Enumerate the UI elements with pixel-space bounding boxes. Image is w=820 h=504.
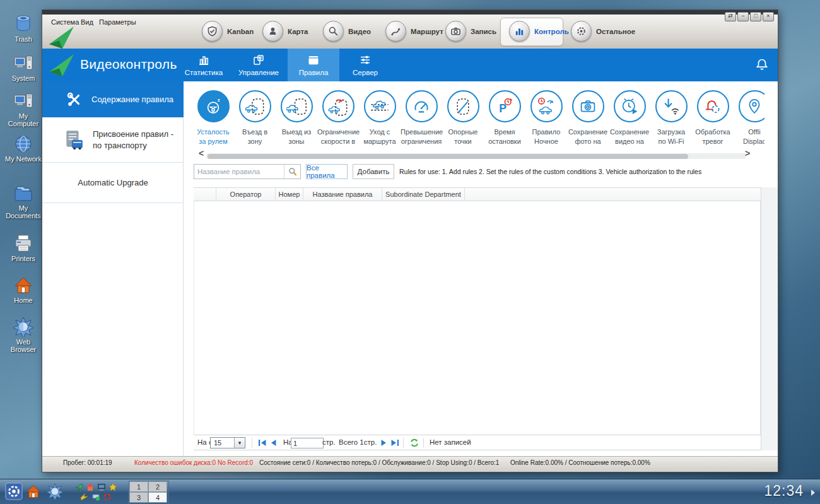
status-mileage: Пробег: 00:01:19 [63,459,112,466]
window-shade-button[interactable]: ⇄ [725,12,736,21]
toolbar-other-button[interactable]: Остальное [571,21,635,42]
first-page-button[interactable] [258,439,267,447]
rule-type-night-rule[interactable]: Правило Ночное [525,90,567,145]
toolbar-record-button[interactable]: Запись [445,21,496,42]
rules-strip-scrollbar-track[interactable] [206,153,746,159]
rules-strip-scroll-left[interactable]: < [199,148,204,158]
desktop-icon-my-computer[interactable]: My Computer [4,91,43,127]
rule-type-fatigue-driving[interactable]: z Усталость за рулем [192,90,234,145]
tab-label: Правила [299,69,329,76]
rule-type-route-deviation[interactable]: Уход с маршрута [359,90,401,145]
tray-star-icon[interactable] [108,483,117,491]
tab-statistics[interactable]: Статистика [179,49,228,81]
window-close-button[interactable]: × [763,12,774,21]
toolbar-route-button[interactable]: Маршрут [385,21,443,42]
column-subordinate-department[interactable]: Subordinate Department [382,188,465,201]
menu-parameters[interactable]: Параметры [97,17,139,27]
column-select[interactable] [194,188,216,201]
tray-home-icon[interactable] [86,483,95,491]
sidebar-item-rule-assignment[interactable]: Присвоение правил - по транспорту [42,117,184,163]
rules-strip-scroll-right[interactable]: > [745,148,750,158]
rule-type-waypoints[interactable]: Опорные точки [442,90,484,145]
rule-type-zone-speed-limit[interactable]: Ограничение скорости в [317,90,359,145]
window-minimize-button[interactable]: − [737,12,749,21]
taskbar-clock[interactable]: 12:34 [764,483,804,500]
desktop-icon-system[interactable]: System [4,53,43,82]
rule-type-offline-displacement[interactable]: Offli Displac [734,90,764,145]
desktop-icon-web-browser[interactable]: Web Browser [4,317,43,353]
rule-type-enter-zone[interactable]: Въезд в зону [234,90,276,145]
route-deviation-icon [370,97,390,117]
desktop-pager: 1 2 3 4 [129,481,169,504]
notifications-bell-icon[interactable] [755,57,769,71]
pager-desktop-2[interactable]: 2 [148,481,167,492]
toolbar-map-button[interactable]: Карта [262,21,308,42]
rules-strip-scrollbar-thumb[interactable] [208,154,688,159]
goto-page-input[interactable] [291,438,324,448]
tab-management[interactable]: Управление [232,49,285,81]
rule-type-wifi-download[interactable]: Загрузка по Wi-Fi [650,90,692,145]
desktop-icon-printers[interactable]: Printers [4,233,43,262]
tab-server[interactable]: Сервер [339,49,391,81]
separator [403,438,404,448]
desktop-icon-home[interactable]: Home [4,275,43,304]
tab-rules[interactable]: Правила [288,49,339,81]
svg-text:z: z [218,97,220,103]
menu-view[interactable]: Вид [78,17,96,27]
toolbar-button-label: Контроль [534,28,569,35]
status-no-record: No Record:0 [218,459,253,466]
toolbar-control-button[interactable]: Контроль [509,21,569,42]
refresh-icon[interactable] [409,438,419,448]
sidebar-item-rule-content[interactable]: Содержание правила [42,81,184,117]
web-browser-icon [13,317,33,337]
toolbar-kanban-button[interactable]: Kanban [202,21,254,42]
rule-type-video-save[interactable]: Сохранение видео на [609,90,650,145]
rule-type-alarm-handling[interactable]: Обработка тревог [692,90,734,145]
statistics-icon [197,53,211,67]
toolbar-video-button[interactable]: Видео [323,21,371,42]
column-rule-name[interactable]: Название правила [303,188,382,201]
wifi-download-icon [661,97,681,117]
pager-desktop-1[interactable]: 1 [129,481,148,492]
rule-type-stop-time[interactable]: P Время остановки [484,90,525,145]
sidebar-item-automatic-upgrade[interactable]: Automatic Upgrade [42,163,184,203]
window-title-bar[interactable] [42,10,778,15]
pager-desktop-4[interactable]: 4 [148,492,167,503]
desktop-icon-label: My Documents [4,204,43,220]
desktop-icon-my-network[interactable]: My Network [4,134,43,163]
enter-zone-icon [245,97,265,117]
tray-display-icon[interactable] [91,493,100,501]
last-page-button[interactable] [390,439,399,447]
per-page-select[interactable]: 15 ▾ [210,437,245,448]
desktop-icon-trash[interactable]: Trash [4,14,43,43]
tray-pointer-icon[interactable] [80,493,89,501]
taskbar-menu-button[interactable] [5,483,23,500]
taskbar-web-browser-button[interactable] [47,483,63,500]
printers-icon [13,233,33,254]
rule-type-overspeed[interactable]: Превышение ограничения [401,90,442,145]
tray-monitor-icon[interactable] [97,483,106,491]
column-operator[interactable]: Оператор [216,188,276,201]
add-rule-button[interactable]: Добавить [353,164,394,179]
next-page-button[interactable] [380,439,388,447]
app-header: Видеоконтроль Статистика Управление Прав… [42,49,778,81]
taskbar-home-button[interactable] [25,483,42,500]
desktop-icon-my-documents[interactable]: My Documents [4,183,43,220]
sidebar-item-label: Присвоение правил - по транспорту [93,129,177,151]
rule-type-photo-save[interactable]: Сохранение фото на [567,90,609,145]
all-rules-button[interactable]: Все правила [306,164,348,179]
page-title: Видеоконтроль [80,57,177,72]
column-number[interactable]: Номер [276,188,303,201]
rule-type-exit-zone[interactable]: Выезд из зоны [276,90,317,145]
previous-page-button[interactable] [269,439,277,447]
tray-arrow-icon[interactable] [74,483,83,491]
stop-time-icon: P [495,97,515,117]
pager-desktop-3[interactable]: 3 [129,492,148,503]
search-button[interactable] [284,165,300,179]
window-chrome: Система Вид Параметры Kanban Карта Видео [42,15,778,49]
window-maximize-button[interactable]: □ [750,12,761,21]
tray-sync-icon[interactable] [103,493,112,501]
management-icon [252,53,266,67]
rule-name-search-input[interactable] [194,165,284,178]
taskbar-expand-arrow-icon[interactable] [811,489,815,496]
